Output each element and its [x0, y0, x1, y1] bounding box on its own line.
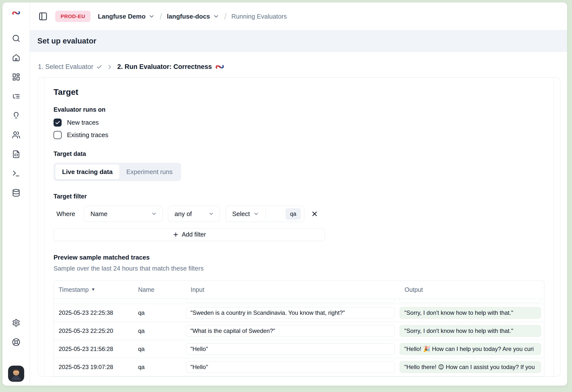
name-cell: qa [133, 345, 186, 352]
name-cell: qa [133, 364, 186, 371]
chevron-down-icon[interactable] [213, 13, 219, 19]
chevron-down-icon[interactable] [148, 13, 155, 19]
step2-label: 2. Run Evaluator: Correctness [117, 63, 212, 71]
home-icon[interactable] [12, 53, 20, 62]
tab-live-tracing-data[interactable]: Live tracing data [55, 164, 120, 179]
breadcrumb: Langfuse Demo / langfuse-docs / Running … [98, 12, 287, 21]
page-title: Set up evaluator [37, 37, 96, 46]
existing-traces-option: Existing traces [54, 131, 554, 139]
column-header-timestamp[interactable]: Timestamp ▼ [54, 286, 133, 293]
search-icon[interactable] [12, 34, 20, 43]
input-cell: "Hello" [186, 361, 395, 373]
breadcrumb-separator: / [224, 11, 226, 22]
filter-value-placeholder: Select [232, 210, 250, 218]
table-header-row: Timestamp ▼ Name Input Output [54, 281, 544, 299]
table-row[interactable]: 2025-05-23 22:25:20 qa "What is the capi… [54, 322, 544, 340]
new-traces-label: New traces [67, 119, 99, 126]
preview-table: Timestamp ▼ Name Input Output [54, 281, 544, 376]
column-header-output[interactable]: Output [400, 286, 544, 293]
output-cell-partial [400, 299, 541, 303]
check-icon [55, 120, 60, 125]
users-icon[interactable] [12, 131, 20, 139]
support-lifebuoy-icon[interactable] [12, 338, 20, 346]
correctness-knot-icon [215, 63, 224, 70]
step1-label: 1. Select Evaluator [38, 63, 93, 71]
timestamp-cell: 2025-05-23 22:25:38 [54, 309, 133, 316]
input-cell: "What is the capital of Sweden?" [186, 325, 395, 337]
breadcrumb-separator: / [160, 11, 162, 22]
filter-operator-select[interactable]: any of [168, 206, 220, 222]
input-cell: "Hello" [186, 343, 395, 355]
breadcrumb-org[interactable]: Langfuse Demo [98, 13, 145, 20]
runs-on-label: Evaluator runs on [54, 106, 554, 113]
langfuse-logo-icon [12, 9, 20, 17]
new-traces-option: New traces [54, 119, 554, 126]
table-row[interactable]: 2025-05-23 19:07:28 qa "Hello" "Hello th… [54, 358, 544, 376]
column-header-name[interactable]: Name [133, 286, 186, 293]
tracing-tree-icon[interactable] [12, 92, 20, 100]
name-cell: qa [133, 328, 186, 334]
top-navigation: PROD-EU Langfuse Demo / langfuse-docs / … [30, 2, 567, 31]
target-filter-label: Target filter [54, 193, 554, 200]
evaluation-lightbulb-icon[interactable] [12, 111, 20, 120]
filter-field-select[interactable]: Name [84, 206, 162, 222]
output-cell: "Sorry, I don't know how to help with th… [400, 307, 541, 319]
sidebar [2, 2, 30, 386]
environment-badge: PROD-EU [55, 11, 90, 22]
new-traces-checkbox[interactable] [54, 119, 62, 126]
breadcrumb-page: Running Evaluators [232, 13, 287, 20]
filter-operator-value: any of [175, 210, 192, 218]
target-section-title: Target [54, 87, 554, 97]
user-avatar[interactable] [8, 366, 24, 382]
datasets-database-icon[interactable] [12, 189, 20, 197]
chevron-right-icon [107, 64, 113, 70]
dashboard-icon[interactable] [12, 73, 20, 81]
card-right-gutter [554, 78, 560, 376]
add-filter-button[interactable]: Add filter [54, 228, 325, 241]
target-data-label: Target data [54, 150, 554, 157]
filter-field-value: Name [90, 210, 107, 218]
tab-experiment-runs[interactable]: Experiment runs [120, 164, 179, 179]
preview-subtitle: Sample over the last 24 hours that match… [54, 265, 554, 272]
timestamp-header-label: Timestamp [59, 286, 89, 293]
existing-traces-checkbox[interactable] [54, 131, 62, 139]
page-header: Set up evaluator [30, 31, 567, 52]
chevron-down-icon [151, 211, 157, 217]
check-icon [96, 64, 102, 70]
timestamp-cell: 2025-05-23 21:56:28 [54, 345, 133, 352]
breadcrumb-project[interactable]: langfuse-docs [167, 13, 210, 20]
preview-title: Preview sample matched traces [54, 254, 554, 261]
output-cell: "Hello! 🎉 How can I help you today? Are … [400, 343, 541, 355]
filter-value-chip: qa [286, 208, 301, 220]
prompts-file-json-icon[interactable] [12, 150, 20, 158]
chevron-down-icon [253, 211, 259, 217]
target-card: Target Evaluator runs on New traces Exis… [38, 77, 560, 376]
step-select-evaluator[interactable]: 1. Select Evaluator [38, 63, 102, 71]
input-cell: "Sweden is a country in Scandinavia. You… [186, 307, 395, 319]
filter-row: Where Name any of Select [54, 206, 554, 222]
output-cell: "Sorry, I don't know how to help with th… [400, 325, 541, 337]
app-window: PROD-EU Langfuse Demo / langfuse-docs / … [2, 2, 567, 386]
step-run-evaluator: 2. Run Evaluator: Correctness [117, 63, 224, 71]
timestamp-cell: 2025-05-23 19:07:28 [54, 364, 133, 371]
table-row[interactable]: 2025-05-23 22:25:38 qa "Sweden is a coun… [54, 304, 544, 322]
add-filter-label: Add filter [182, 231, 206, 238]
input-cell-partial [186, 299, 395, 303]
sidebar-toggle-icon[interactable] [38, 12, 48, 21]
chevron-down-icon [208, 211, 214, 217]
sort-desc-icon: ▼ [91, 287, 95, 292]
table-row[interactable]: 2025-05-23 21:56:28 qa "Hello" "Hello! 🎉… [54, 340, 544, 358]
table-row-partial[interactable] [54, 299, 544, 304]
filter-value-select[interactable]: Select qa [226, 206, 304, 222]
settings-gear-icon[interactable] [12, 319, 20, 327]
column-header-input[interactable]: Input [186, 286, 400, 293]
output-cell: "Hello there! 😊 How can I assist you tod… [400, 361, 541, 373]
playground-terminal-icon[interactable] [12, 169, 20, 178]
wizard-steps: 1. Select Evaluator 2. Run Evaluator: Co… [37, 63, 560, 71]
remove-filter-icon[interactable] [310, 209, 319, 218]
where-label: Where [54, 210, 84, 218]
timestamp-cell: 2025-05-23 22:25:20 [54, 328, 133, 334]
target-data-tabs: Live tracing data Experiment runs [54, 163, 181, 181]
main-area: PROD-EU Langfuse Demo / langfuse-docs / … [30, 2, 567, 386]
existing-traces-label: Existing traces [67, 131, 108, 139]
